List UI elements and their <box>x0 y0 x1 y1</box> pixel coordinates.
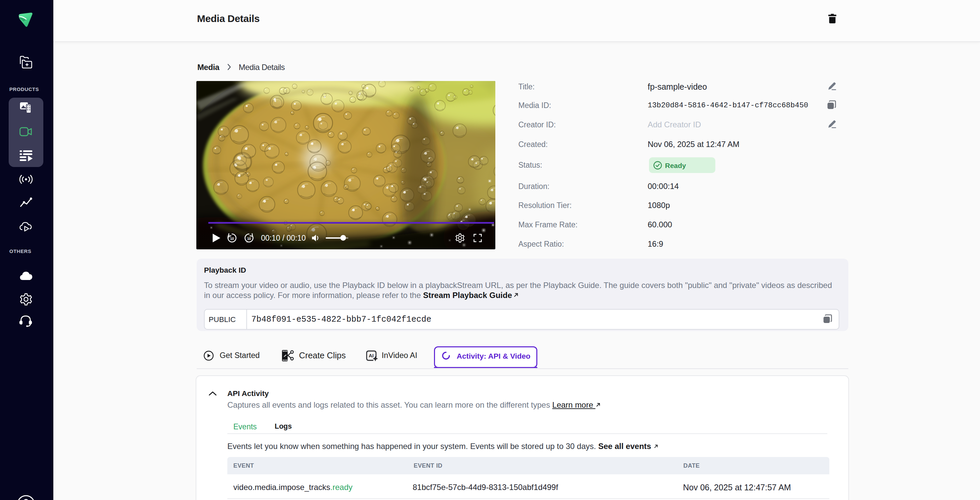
svg-text:AI: AI <box>369 353 374 358</box>
svg-text:10: 10 <box>247 237 251 240</box>
svg-text:10: 10 <box>230 237 234 240</box>
